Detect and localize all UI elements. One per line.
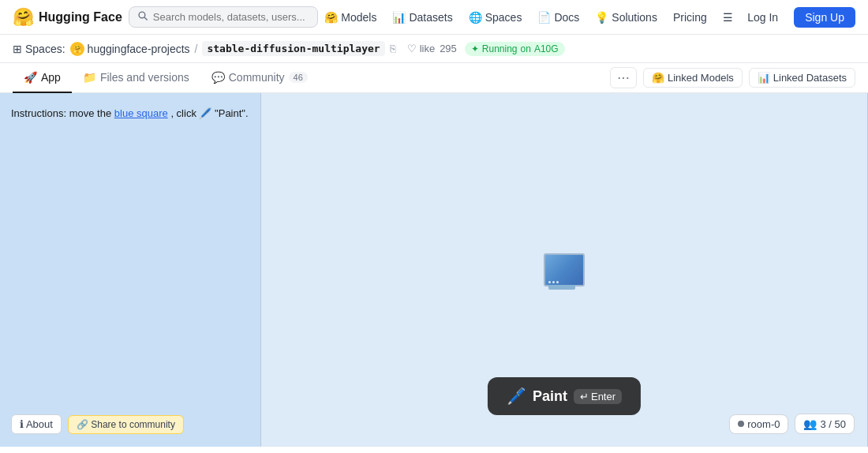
nav-docs[interactable]: 📄 Docs — [537, 11, 579, 24]
more-options-button[interactable]: ⋯ — [610, 67, 637, 88]
paint-button[interactable]: 🖊️ Paint ↵ Enter — [488, 377, 641, 415]
spaces-label: Spaces: — [25, 43, 65, 55]
running-on-text: on — [521, 43, 531, 54]
room-bar: room-0 👥 3 / 50 — [729, 414, 855, 434]
main-content: Instructions: move the blue square , cli… — [0, 93, 868, 447]
running-star-icon: ✦ — [471, 43, 479, 54]
search-wrap — [129, 6, 318, 28]
sidebar-bottom: ℹ About 🔗 Share to community — [11, 414, 249, 434]
linked-datasets-button[interactable]: 📊 Linked Datasets — [749, 68, 855, 88]
tab-community[interactable]: 💬 Community 46 — [200, 63, 319, 93]
tabs-right: ⋯ 🤗 Linked Models 📊 Linked Datasets — [610, 67, 855, 88]
canvas-dot-3 — [556, 281, 559, 283]
paint-icon: 🖊️ — [507, 387, 526, 406]
linked-datasets-icon: 📊 — [758, 72, 770, 84]
paint-button-wrap: 🖊️ Paint ↵ Enter — [488, 377, 641, 415]
models-icon: 🤗 — [324, 11, 338, 24]
instructions-suffix: , click 🖊️ "Paint". — [170, 107, 248, 119]
nav-models-label: Models — [341, 11, 376, 24]
users-count: 3 / 50 — [820, 418, 846, 430]
hamburger-icon: ☰ — [723, 11, 733, 24]
logo-icon: 🤗 — [13, 7, 34, 28]
instructions-text: Instructions: move the blue square , cli… — [11, 106, 249, 122]
nav-right: Log In Sign Up — [739, 7, 855, 28]
canvas-area: 🖊️ Paint ↵ Enter room-0 👥 3 / 50 — [260, 93, 868, 447]
linked-models-button[interactable]: 🤗 Linked Models — [643, 68, 743, 88]
nav-solutions[interactable]: 💡 Solutions — [595, 11, 657, 24]
like-count: 295 — [440, 43, 457, 54]
instructions-prefix: Instructions: move the — [11, 107, 111, 119]
linked-models-label: Linked Models — [668, 72, 734, 84]
nav-left: 🤗 Hugging Face — [13, 6, 318, 28]
copy-icon[interactable]: ⎘ — [390, 43, 396, 54]
community-tab-badge: 46 — [289, 72, 308, 83]
app-tab-label: App — [41, 71, 61, 84]
nav-hamburger[interactable]: ☰ — [723, 11, 733, 24]
running-hardware: A10G — [534, 43, 559, 54]
files-tab-label: Files and versions — [100, 71, 189, 84]
nav-datasets-label: Datasets — [409, 11, 452, 24]
nav-pricing-label: Pricing — [673, 11, 707, 24]
nav-docs-label: Docs — [554, 11, 579, 24]
blue-square-link[interactable]: blue square — [114, 107, 168, 119]
community-tab-icon: 💬 — [211, 71, 225, 84]
enter-badge: ↵ Enter — [574, 389, 622, 404]
enter-arrow-icon: ↵ — [580, 391, 589, 402]
room-dot-icon — [738, 421, 744, 427]
space-name: stable-diffusion-multiplayer — [202, 41, 384, 56]
running-badge: ✦ Running on A10G — [465, 42, 565, 56]
logo-text: Hugging Face — [39, 10, 122, 24]
owner-avatar: 🤗 — [70, 42, 84, 56]
users-icon: 👥 — [803, 417, 817, 430]
logo-link[interactable]: 🤗 Hugging Face — [13, 7, 122, 28]
spaces-grid-icon: ⊞ — [13, 43, 22, 55]
heart-icon: ♡ — [407, 43, 417, 54]
docs-icon: 📄 — [537, 11, 551, 24]
svg-point-0 — [139, 12, 145, 18]
enter-label: Enter — [591, 391, 615, 402]
owner-link[interactable]: 🤗 huggingface-projects — [70, 42, 190, 56]
nav-models[interactable]: 🤗 Models — [324, 11, 376, 24]
login-button[interactable]: Log In — [739, 7, 786, 28]
top-nav: 🤗 Hugging Face 🤗 Models 📊 Datasets 🌐 Spa… — [0, 0, 868, 35]
like-label: like — [420, 43, 436, 54]
spaces-icon: 🌐 — [469, 11, 482, 24]
left-sidebar: Instructions: move the blue square , cli… — [0, 93, 260, 447]
about-button[interactable]: ℹ About — [11, 414, 62, 434]
nav-datasets[interactable]: 📊 Datasets — [392, 11, 452, 24]
share-button[interactable]: 🔗 Share to community — [68, 415, 184, 434]
signup-button[interactable]: Sign Up — [794, 7, 855, 28]
room-label: room-0 — [747, 418, 780, 430]
svg-line-1 — [144, 17, 148, 21]
datasets-icon: 📊 — [392, 11, 406, 24]
nav-pricing[interactable]: Pricing — [673, 11, 707, 24]
linked-models-icon: 🤗 — [652, 72, 664, 84]
spaces-breadcrumb: ⊞ Spaces: — [13, 43, 65, 55]
nav-spaces-label: Spaces — [485, 11, 522, 24]
nav-center: 🤗 Models 📊 Datasets 🌐 Spaces 📄 Docs 💡 So… — [324, 11, 732, 24]
canvas-dots — [548, 281, 559, 283]
room-badge[interactable]: room-0 — [729, 414, 788, 434]
canvas-dot-2 — [552, 281, 555, 283]
app-tab-icon: 🚀 — [24, 71, 37, 84]
tab-files[interactable]: 📁 Files and versions — [72, 63, 200, 93]
canvas-dot-1 — [548, 281, 551, 283]
users-badge: 👥 3 / 50 — [795, 414, 855, 434]
solutions-icon: 💡 — [595, 11, 608, 24]
nav-solutions-label: Solutions — [612, 11, 657, 24]
breadcrumb-separator: / — [195, 43, 198, 55]
owner-name: huggingface-projects — [88, 43, 190, 55]
search-input[interactable] — [153, 11, 309, 23]
paint-label: Paint — [533, 388, 567, 405]
nav-spaces[interactable]: 🌐 Spaces — [469, 11, 522, 24]
tab-app[interactable]: 🚀 App — [13, 63, 72, 93]
breadcrumb: ⊞ Spaces: 🤗 huggingface-projects / stabl… — [0, 35, 868, 63]
tabs-bar: 🚀 App 📁 Files and versions 💬 Community 4… — [0, 63, 868, 93]
like-button[interactable]: ♡ like — [407, 43, 436, 54]
files-tab-icon: 📁 — [83, 71, 96, 84]
linked-datasets-label: Linked Datasets — [773, 72, 847, 84]
community-tab-label: Community — [229, 71, 285, 84]
search-icon — [137, 10, 148, 24]
running-label: Running — [482, 43, 518, 54]
canvas-window-icon — [544, 253, 585, 286]
